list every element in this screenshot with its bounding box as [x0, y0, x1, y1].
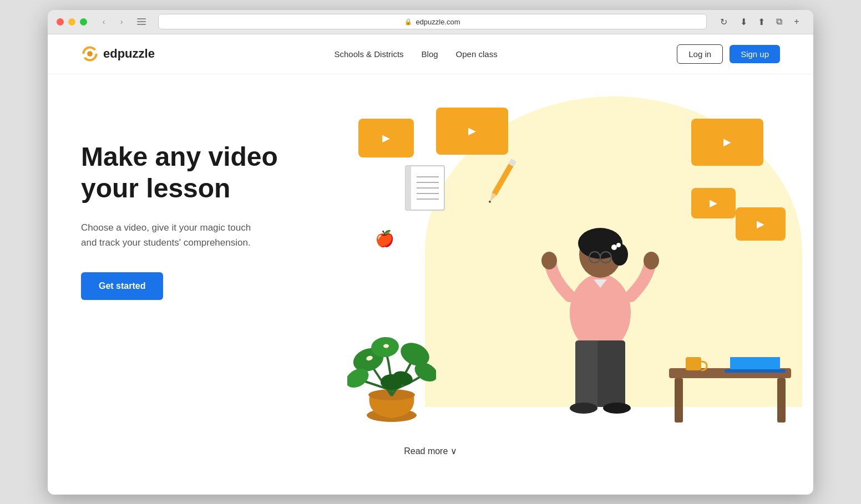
lock-icon: 🔒 — [404, 18, 412, 26]
svg-rect-46 — [730, 357, 780, 371]
close-button[interactable] — [57, 18, 64, 26]
share-button[interactable]: ⬆ — [753, 14, 769, 29]
svg-rect-43 — [675, 378, 683, 422]
svg-rect-5 — [406, 166, 411, 210]
video-card-5 — [736, 207, 786, 241]
svg-rect-44 — [777, 378, 786, 422]
video-card-1 — [358, 119, 414, 157]
logo-icon — [81, 45, 99, 63]
nav-links: Schools & Districts Blog Open class — [335, 49, 498, 59]
download-button[interactable]: ⬇ — [736, 14, 751, 29]
read-more-section[interactable]: Read more ∨ — [48, 435, 813, 467]
login-button[interactable]: Log in — [677, 44, 723, 64]
svg-point-28 — [603, 403, 631, 414]
svg-point-23 — [541, 252, 557, 269]
svg-point-3 — [87, 51, 93, 57]
maximize-button[interactable] — [80, 18, 87, 26]
desk-illustration — [669, 357, 791, 424]
nav-buttons: ‹ › — [96, 14, 129, 29]
svg-rect-1 — [137, 21, 146, 22]
svg-rect-47 — [725, 369, 786, 373]
read-more-text: Read more — [404, 446, 448, 456]
new-tab-button[interactable]: ⧉ — [771, 14, 787, 29]
read-more-arrow: ∨ — [450, 446, 457, 456]
teacher-illustration — [511, 152, 689, 429]
pencil-illustration — [497, 152, 508, 210]
nav-schools-districts[interactable]: Schools & Districts — [335, 49, 404, 59]
browser-content: edpuzzle Schools & Districts Blog Open c… — [48, 34, 813, 495]
svg-point-24 — [644, 252, 659, 269]
video-card-4 — [691, 188, 736, 218]
hero-section: Make any video your lesson Choose a vide… — [48, 74, 813, 435]
svg-point-29 — [611, 245, 617, 250]
browser-window: ‹ › 🔒 edpuzzle.com ↻ ⬇ ⬆ ⧉ + — [48, 10, 813, 495]
svg-point-27 — [570, 403, 597, 414]
browser-actions: ⬇ ⬆ ⧉ + — [736, 14, 804, 29]
nav-actions: Log in Sign up — [677, 44, 780, 64]
logo[interactable]: edpuzzle — [81, 45, 155, 63]
hero-illustration: 🍎 — [314, 108, 780, 429]
svg-point-30 — [616, 243, 621, 247]
svg-rect-2 — [137, 24, 146, 25]
get-started-button[interactable]: Get started — [81, 272, 163, 300]
sidebar-button[interactable] — [134, 14, 149, 29]
add-tab-button[interactable]: + — [789, 14, 804, 29]
notebook-illustration — [403, 163, 447, 215]
video-card-3 — [691, 119, 763, 166]
nav-blog[interactable]: Blog — [422, 49, 438, 59]
url-text: edpuzzle.com — [416, 18, 460, 26]
browser-titlebar: ‹ › 🔒 edpuzzle.com ↻ ⬇ ⬆ ⧉ + — [48, 10, 813, 34]
video-card-2 — [436, 108, 508, 155]
svg-rect-45 — [686, 357, 701, 370]
svg-rect-26 — [597, 340, 625, 407]
back-button[interactable]: ‹ — [96, 14, 112, 29]
svg-rect-0 — [137, 18, 146, 19]
hero-text: Make any video your lesson Choose a vide… — [81, 108, 314, 301]
hero-title: Make any video your lesson — [81, 141, 314, 205]
navbar: edpuzzle Schools & Districts Blog Open c… — [48, 34, 813, 74]
forward-button[interactable]: › — [114, 14, 129, 29]
hero-subtitle: Choose a video, give it your magic touch… — [81, 220, 259, 250]
nav-open-class[interactable]: Open class — [456, 49, 498, 59]
minimize-button[interactable] — [68, 18, 75, 26]
address-bar[interactable]: 🔒 edpuzzle.com — [158, 14, 707, 29]
apple-illustration: 🍎 — [375, 230, 394, 248]
plant-illustration — [347, 296, 436, 429]
signup-button[interactable]: Sign up — [730, 45, 780, 63]
reload-button[interactable]: ↻ — [716, 14, 731, 29]
logo-text: edpuzzle — [103, 47, 155, 61]
